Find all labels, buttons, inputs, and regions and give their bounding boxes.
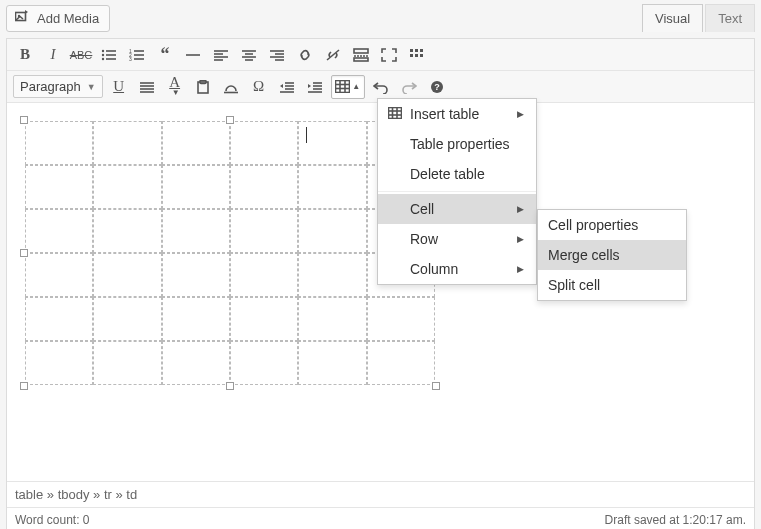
element-path[interactable]: table » tbody » tr » td — [7, 481, 754, 507]
svg-rect-35 — [415, 54, 418, 57]
chevron-right-icon: ▶ — [517, 234, 524, 244]
add-media-button[interactable]: Add Media — [6, 5, 110, 32]
menu-item-cell[interactable]: Cell ▶ — [378, 194, 536, 224]
table-cell[interactable] — [25, 209, 93, 253]
chevron-right-icon: ▶ — [517, 264, 524, 274]
svg-point-4 — [102, 53, 104, 55]
align-right-button[interactable] — [265, 43, 289, 67]
chevron-right-icon: ▶ — [517, 204, 524, 214]
bold-button[interactable]: B — [13, 43, 37, 67]
resize-handle-w[interactable] — [20, 249, 28, 257]
inserted-table[interactable] — [25, 121, 435, 385]
table-cell[interactable] — [25, 297, 93, 341]
table-cell[interactable] — [230, 297, 298, 341]
menu-item-cell-properties[interactable]: Cell properties — [538, 210, 686, 240]
menu-item-split-cell[interactable]: Split cell — [538, 270, 686, 300]
table-cell[interactable] — [162, 253, 230, 297]
table-cell[interactable] — [230, 253, 298, 297]
table-icon — [335, 80, 350, 93]
align-left-button[interactable] — [209, 43, 233, 67]
chevron-down-icon: ▼ — [87, 82, 96, 92]
table-cell[interactable] — [298, 341, 366, 385]
resize-handle-se[interactable] — [432, 382, 440, 390]
align-center-button[interactable] — [237, 43, 261, 67]
menu-item-column[interactable]: Column ▶ — [378, 254, 536, 284]
table-cell[interactable] — [298, 165, 366, 209]
bulleted-list-button[interactable] — [97, 43, 121, 67]
table-cell[interactable] — [298, 297, 366, 341]
table-cell[interactable] — [298, 253, 366, 297]
format-select[interactable]: Paragraph ▼ — [13, 75, 103, 98]
indent-button[interactable] — [303, 75, 327, 99]
menu-item-table-properties[interactable]: Table properties — [378, 129, 536, 159]
table-cell[interactable] — [162, 121, 230, 165]
undo-button[interactable] — [369, 75, 393, 99]
toolbar-row-1: B I ABC 123 “ — [7, 39, 754, 71]
insert-link-button[interactable] — [293, 43, 317, 67]
table-cell[interactable] — [162, 297, 230, 341]
table-cell[interactable] — [93, 121, 161, 165]
remove-link-button[interactable] — [321, 43, 345, 67]
table-cell[interactable] — [298, 209, 366, 253]
table-cell[interactable] — [93, 297, 161, 341]
svg-rect-33 — [420, 49, 423, 52]
svg-rect-59 — [389, 108, 402, 119]
text-color-button[interactable]: A▼ — [163, 75, 187, 99]
outdent-button[interactable] — [275, 75, 299, 99]
table-cell[interactable] — [25, 253, 93, 297]
resize-handle-sw[interactable] — [20, 382, 28, 390]
table-cell[interactable] — [230, 121, 298, 165]
toolbar-toggle-button[interactable] — [405, 43, 429, 67]
table-cell[interactable] — [367, 341, 435, 385]
menu-item-row[interactable]: Row ▶ — [378, 224, 536, 254]
underline-button[interactable]: U — [107, 75, 131, 99]
italic-button[interactable]: I — [41, 43, 65, 67]
resize-handle-nw[interactable] — [20, 116, 28, 124]
table-cell[interactable] — [93, 253, 161, 297]
tab-text[interactable]: Text — [705, 4, 755, 32]
insert-read-more-button[interactable] — [349, 43, 373, 67]
editor-canvas[interactable]: Insert table ▶ Table properties Delete t… — [7, 103, 754, 481]
tab-visual[interactable]: Visual — [642, 4, 703, 32]
svg-rect-31 — [410, 49, 413, 52]
table-cell[interactable] — [25, 341, 93, 385]
table-cell[interactable] — [93, 165, 161, 209]
blockquote-button[interactable]: “ — [153, 43, 177, 67]
table-cell[interactable] — [93, 209, 161, 253]
chevron-down-icon: ▼ — [172, 88, 180, 97]
table-cell[interactable] — [162, 209, 230, 253]
table-menu: Insert table ▶ Table properties Delete t… — [377, 98, 537, 285]
menu-item-delete-table[interactable]: Delete table — [378, 159, 536, 189]
table-cell[interactable] — [230, 341, 298, 385]
numbered-list-button[interactable]: 123 — [125, 43, 149, 67]
special-character-button[interactable]: Ω — [247, 75, 271, 99]
table-button[interactable]: ▲ — [331, 75, 365, 99]
table-cell[interactable] — [230, 209, 298, 253]
paste-text-button[interactable] — [191, 75, 215, 99]
table-cell[interactable] — [93, 341, 161, 385]
horizontal-rule-button[interactable] — [181, 43, 205, 67]
table-cell[interactable] — [298, 121, 366, 165]
redo-button[interactable] — [397, 75, 421, 99]
menu-separator — [378, 191, 536, 192]
table-cell[interactable] — [25, 121, 93, 165]
table-cell[interactable] — [367, 297, 435, 341]
svg-rect-28 — [354, 49, 368, 53]
menu-item-merge-cells[interactable]: Merge cells — [538, 240, 686, 270]
distraction-free-button[interactable] — [377, 43, 401, 67]
table-cell[interactable] — [230, 165, 298, 209]
strikethrough-button[interactable]: ABC — [69, 43, 93, 67]
clear-formatting-button[interactable] — [219, 75, 243, 99]
help-button[interactable]: ? — [425, 75, 449, 99]
status-bar: Word count: 0 Draft saved at 1:20:17 am. — [7, 507, 754, 529]
resize-handle-n[interactable] — [226, 116, 234, 124]
svg-rect-34 — [410, 54, 413, 57]
chevron-right-icon: ▶ — [517, 109, 524, 119]
table-cell[interactable] — [25, 165, 93, 209]
menu-item-insert-table[interactable]: Insert table ▶ — [378, 99, 536, 129]
resize-handle-s[interactable] — [226, 382, 234, 390]
table-cell[interactable] — [162, 341, 230, 385]
caret-up-icon: ▲ — [352, 82, 360, 91]
justify-full-button[interactable] — [135, 75, 159, 99]
table-cell[interactable] — [162, 165, 230, 209]
